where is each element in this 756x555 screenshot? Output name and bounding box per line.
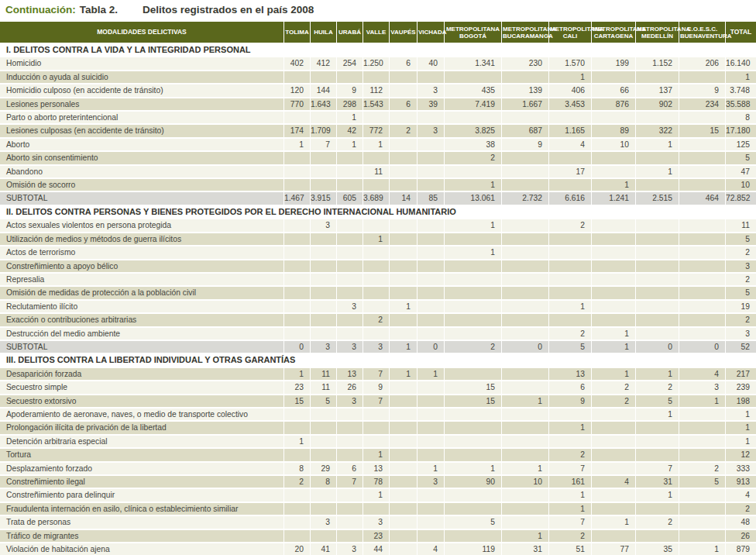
value-cell (679, 152, 726, 165)
value-cell: 23 (284, 381, 311, 395)
value-cell (363, 274, 390, 287)
value-cell (445, 328, 502, 341)
value-cell (592, 166, 636, 179)
value-cell (418, 233, 445, 246)
value-cell (390, 489, 418, 502)
value-cell (390, 219, 418, 233)
value-cell: 5 (679, 476, 726, 489)
row-label: Constreñimiento ilegal (0, 476, 284, 489)
table-row: Tráfico de migrantes231226 (0, 530, 756, 543)
table-row: Trata de personas33571248 (0, 516, 756, 529)
value-cell (284, 233, 311, 246)
value-cell (445, 422, 502, 435)
value-cell (284, 489, 311, 502)
value-cell: 3.453 (549, 98, 592, 112)
value-cell: 6 (390, 98, 418, 112)
value-cell (390, 422, 418, 435)
value-cell: 1.467 (284, 192, 311, 205)
value-cell: 1.152 (636, 57, 679, 71)
table-row: Inducción o ayuda al suicidio11 (0, 71, 756, 84)
value-cell: 402 (284, 57, 311, 71)
value-cell: 51 (549, 543, 592, 555)
value-cell (390, 260, 418, 274)
value-cell (502, 287, 549, 300)
value-cell (502, 328, 549, 341)
column-header: METROPOLITANA CALI (549, 22, 592, 44)
value-cell (284, 166, 311, 179)
value-cell: 2 (726, 314, 756, 327)
value-cell: 772 (363, 125, 390, 138)
value-cell: 3 (418, 84, 445, 98)
value-cell (284, 260, 311, 274)
value-cell (337, 449, 363, 462)
value-cell: 144 (311, 84, 337, 98)
value-cell (284, 152, 311, 165)
value-cell: 112 (363, 84, 390, 98)
value-cell (311, 436, 337, 449)
value-cell (311, 274, 337, 287)
value-cell (363, 287, 390, 300)
value-cell (679, 219, 726, 233)
value-cell: 3 (337, 301, 363, 314)
value-cell: 125 (726, 139, 756, 152)
value-cell (636, 219, 679, 233)
value-cell: 26 (337, 381, 363, 395)
value-cell: 7.419 (445, 98, 502, 112)
value-cell: 12 (726, 449, 756, 462)
value-cell: 1 (363, 139, 390, 152)
value-cell: 1 (390, 341, 418, 354)
value-cell (311, 287, 337, 300)
row-label: Homicidio (0, 57, 284, 71)
value-cell (445, 260, 502, 274)
row-label: Violación de habitación ajena (0, 543, 284, 555)
table-row: Lesiones culposas (en accidente de tráns… (0, 125, 756, 138)
table-row: Destrucción del medio ambiente213 (0, 328, 756, 341)
value-cell (502, 314, 549, 327)
value-cell: 2 (445, 152, 502, 165)
value-cell: 137 (636, 84, 679, 98)
value-cell: 1.341 (445, 57, 502, 71)
value-cell: 9 (337, 84, 363, 98)
value-cell (363, 408, 390, 422)
row-label: Actos de terrorismo (0, 246, 284, 260)
value-cell (284, 301, 311, 314)
value-cell (418, 449, 445, 462)
value-cell (284, 179, 311, 192)
value-cell (502, 436, 549, 449)
value-cell (418, 381, 445, 395)
value-cell: 5 (636, 395, 679, 408)
value-cell: 3.689 (363, 192, 390, 205)
value-cell (679, 274, 726, 287)
value-cell (592, 530, 636, 543)
value-cell: 1 (337, 139, 363, 152)
value-cell (390, 179, 418, 192)
value-cell: 1 (549, 503, 592, 516)
value-cell (549, 314, 592, 327)
value-cell (502, 152, 549, 165)
value-cell (390, 543, 418, 555)
value-cell (311, 449, 337, 462)
row-label: Lesiones personales (0, 98, 284, 112)
value-cell: 11 (311, 381, 337, 395)
value-cell: 1.165 (549, 125, 592, 138)
column-header-modalidades: MODALIDADES DELICTIVAS (0, 22, 284, 44)
value-cell (445, 436, 502, 449)
column-header: METROPOLITANA CARTAGENA (592, 22, 636, 44)
value-cell: 3 (311, 341, 337, 354)
value-cell: 7 (549, 463, 592, 476)
row-label: Secuestro extorsivo (0, 395, 284, 408)
value-cell: 10 (726, 179, 756, 192)
value-cell: 15 (679, 125, 726, 138)
value-cell (337, 503, 363, 516)
value-cell: 31 (636, 476, 679, 489)
value-cell (445, 314, 502, 327)
value-cell: 15 (284, 395, 311, 408)
value-cell: 23 (363, 530, 390, 543)
value-cell (337, 274, 363, 287)
value-cell (337, 179, 363, 192)
value-cell: 3 (363, 516, 390, 529)
value-cell (592, 489, 636, 502)
value-cell (636, 274, 679, 287)
value-cell (418, 260, 445, 274)
value-cell (502, 112, 549, 125)
